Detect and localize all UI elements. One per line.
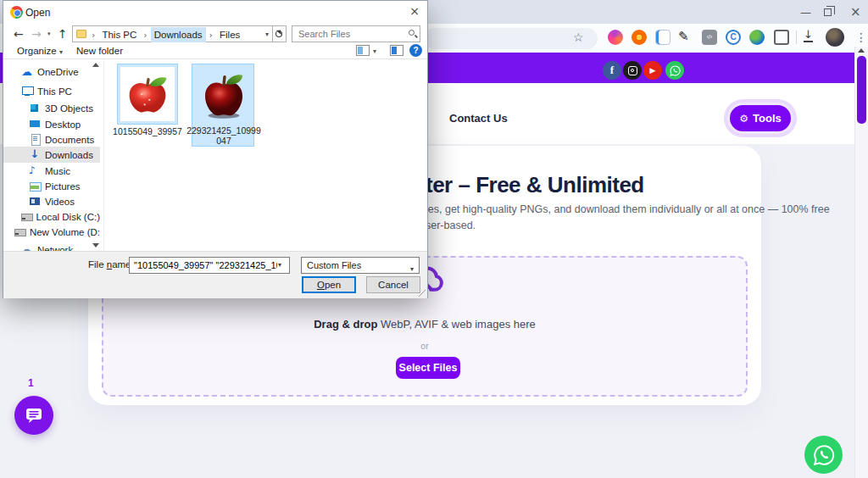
hero-subtext-line1: les, get high-quality PNGs, and download… [426,203,830,215]
sidebar-item-label: Local Disk (C:) [36,212,100,222]
chat-widget-button[interactable] [14,396,53,435]
ext-pen-icon[interactable]: ✎ [678,29,689,44]
ext-code-icon[interactable]: ‹/› [702,30,717,45]
file-name-label-2-line2: 047 [192,136,255,146]
breadcrumb-caret-icon[interactable]: ▾ [265,31,269,38]
page-title: ter – Free & Unlimited [426,172,644,198]
refresh-icon [275,31,282,37]
breadcrumb-downloads[interactable]: Downloads [151,27,206,42]
window-minimize-button[interactable]: — [800,6,811,19]
resize-grip[interactable] [419,290,426,297]
breadcrumb-this-pc[interactable]: This PC [98,27,140,42]
search-input[interactable]: Search Files [292,25,420,42]
select-files-button[interactable]: Select Files [396,357,460,379]
dropzone-instruction-rest: WebP, AVIF & web images here [377,318,535,331]
open-rest: pen [325,280,341,290]
chat-bubble-icon [25,407,43,424]
sidebar-item-downloads[interactable]: ↓Downloads [3,147,100,163]
sidebar-item-pictures[interactable]: Pictures [3,178,100,194]
sidebar-item-label: Desktop [45,119,81,130]
ext-notes-icon[interactable] [655,30,670,45]
organize-button[interactable]: Organize ▾ [17,46,63,56]
download-arrow-icon: ↓ [29,149,41,160]
breadcrumb[interactable]: › This PC › Downloads › Files ▾ [72,25,273,42]
sidebar-scroll-up-icon[interactable] [92,63,99,67]
file-name-label-1[interactable]: 10155049_39957 [109,126,186,136]
video-icon [29,196,41,207]
file-tile-2[interactable]: 229321425_10999 047 [192,64,254,147]
views-icon[interactable] [356,45,370,56]
sidebar-item-documents[interactable]: Documents [3,131,100,147]
document-icon [29,134,41,145]
profile-avatar[interactable] [826,28,844,47]
forward-icon[interactable]: → [31,27,42,41]
file-thumbnail-apple-dark [197,67,251,123]
dropzone-instruction: Drag & drop WebP, AVIF & web images here [102,318,748,331]
window-restore-button[interactable] [824,8,832,16]
chevron-right-icon: › [209,28,214,43]
file-name-input[interactable] [129,257,290,274]
hero-subtext-line2: ser-based. [426,220,476,231]
sidebar-item-onedrive[interactable]: ☁OneDrive [3,64,100,80]
ext-coupon-icon[interactable] [632,30,647,45]
open-button[interactable]: Open [302,276,356,293]
bookmark-star-icon[interactable]: ☆ [573,31,584,44]
facebook-icon[interactable]: f [603,61,621,80]
file-name-label-2-line1: 229321425_10999 [185,125,263,136]
file-name-label-pre: File [88,259,107,270]
youtube-icon[interactable]: ▶ [643,61,662,80]
file-name-caret-icon[interactable]: ▾ [278,261,281,269]
help-icon[interactable]: ? [409,44,422,57]
refresh-button[interactable] [273,25,287,42]
preview-pane-icon[interactable] [390,45,403,56]
tools-button[interactable]: ⚙ Tools [727,103,793,134]
sidebar-item-desktop[interactable]: Desktop [3,116,100,132]
extensions-puzzle-icon[interactable] [774,30,789,45]
file-type-select[interactable]: Custom Files▾ [301,257,420,274]
sidebar-item-music[interactable]: ♪Music [3,163,100,179]
search-icon [409,30,415,36]
folder-icon [76,30,86,38]
sidebar-item-3d-objects[interactable]: 3D Objects [3,100,100,116]
file-tile-1[interactable] [117,64,178,125]
open-mnemonic: O [317,280,325,290]
sidebar-item-new-volume-d[interactable]: New Volume (D: [3,224,100,240]
picture-icon [29,181,41,192]
ext-instagram-icon[interactable] [608,30,623,45]
ext-colorzilla-icon[interactable]: C [726,30,741,45]
scrollbar-up-arrow[interactable] [858,48,865,53]
sidebar-item-label: OneDrive [37,67,79,77]
back-icon[interactable]: ← [14,27,24,41]
browser-menu-kebab-icon[interactable]: ⋮ [855,31,867,44]
sidebar-scroll-down-icon[interactable] [92,243,99,247]
recent-locations-caret-icon[interactable]: ▾ [47,31,51,37]
breadcrumb-files[interactable]: Files [216,27,243,42]
nav-link-contact-us[interactable]: Contact Us [449,112,508,125]
organize-label: Organize [17,46,57,56]
sidebar-item-videos[interactable]: Videos [3,193,100,209]
organize-caret-icon: ▾ [59,48,63,56]
new-folder-button[interactable]: New folder [76,46,123,56]
music-note-icon: ♪ [29,165,41,176]
divider [103,59,104,251]
search-placeholder: Search Files [298,29,350,39]
computer-icon [21,86,33,97]
sidebar-item-this-pc[interactable]: This PC [3,83,100,99]
sidebar-item-local-disk-c[interactable]: Local Disk (C:) [3,208,100,225]
whatsapp-header-icon[interactable] [665,61,684,80]
chevron-right-icon: › [91,28,96,43]
scrollbar-thumb[interactable] [857,56,866,124]
ext-globe-icon[interactable] [749,30,765,45]
chat-badge-count: 1 [28,377,34,389]
views-caret-icon[interactable]: ▾ [373,47,376,55]
dialog-close-icon[interactable]: × [407,3,422,19]
up-icon[interactable]: ↑ [58,27,68,41]
downloads-icon[interactable]: ↓ [804,29,813,42]
cancel-button[interactable]: Cancel [366,276,420,293]
whatsapp-float-button[interactable] [804,436,843,474]
address-bar[interactable] [424,28,598,49]
window-close-button[interactable]: × [850,4,861,19]
toolbar-separator [796,31,797,44]
instagram-icon[interactable] [623,61,642,80]
sidebar-item-label: New Volume (D: [30,227,100,237]
